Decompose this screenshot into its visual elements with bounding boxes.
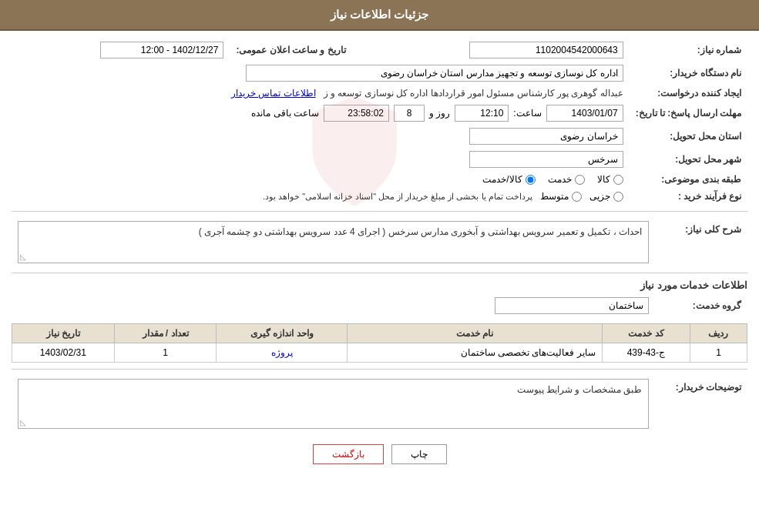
procurement-note: پرداخت تمام یا بخشی از مبلغ خریدار از مح… [263,192,532,202]
services-table: ردیف کد خدمت نام خدمت واحد اندازه گیری ت… [12,323,747,363]
deadline-row: مهلت ارسال پاسخ: تا تاریخ: 1403/01/07 سا… [12,102,747,125]
back-button[interactable]: بازگشت [313,444,384,464]
service-group-display: ساختمان [495,297,649,314]
deadline-days-label: روز و [429,108,450,119]
invoice-number-label: شماره نیاز: [630,38,747,62]
cell-service-name: سایر فعالیت‌های تخصصی ساختمان [348,343,603,363]
services-section-title: اطلاعات خدمات مورد نیاز [12,279,747,291]
invoice-number-display: 1102004542000643 [469,42,623,59]
procurement-jozi[interactable]: جزیی [589,191,623,202]
service-group-row: گروه خدمت: ساختمان [12,294,747,317]
service-group-table: گروه خدمت: ساختمان [12,294,747,317]
notes-label: توضیحات خریدار: [655,376,747,432]
notes-value: طبق مشخصات و شرایط پیوست ◺ [12,376,655,432]
city-label: شهر محل تحویل: [630,148,747,171]
col-quantity: تعداد / مقدار [114,324,217,343]
main-content: شماره نیاز: 1102004542000643 تاریخ و ساع… [0,31,759,484]
description-value: احداث ، تکمیل و تعمیر سرویس بهداشتی و آب… [12,218,655,266]
category-options: کالا خدمت کالا/خدمت [12,171,630,188]
city-row: شهر محل تحویل: سرخس [12,148,747,171]
page-wrapper: جزئیات اطلاعات نیاز شماره نیاز: 11020045… [0,0,759,532]
procurement-radio-jozi[interactable] [613,192,623,202]
col-row-num: ردیف [690,324,747,343]
info-table: شماره نیاز: 1102004542000643 تاریخ و ساع… [12,38,747,205]
category-option-kala[interactable]: کالا [597,174,623,185]
category-radio-khadamat[interactable] [575,175,585,185]
page-title: جزئیات اطلاعات نیاز [331,8,428,21]
category-radio-group: کالا خدمت کالا/خدمت [18,174,623,185]
procurement-radio-motavasset[interactable] [572,192,582,202]
buyer-org-value: اداره کل نوسازی توسعه و تجهیز مدارس استا… [12,62,630,85]
table-row: 1 ج-43-439 سایر فعالیت‌های تخصصی ساختمان… [12,343,747,363]
procurement-row-inline: جزیی متوسط پرداخت تمام یا بخشی از مبلغ خ… [18,191,623,202]
deadline-days: 8 [394,105,425,122]
deadline-date: 1403/01/07 [546,105,623,122]
announce-date-label: تاریخ و ساعت اعلان عمومی: [230,38,361,62]
creator-value: عبداله گوهری پور کارشناس مسئول امور قرار… [12,85,630,102]
cell-row-num: 1 [690,343,747,363]
category-row: طبقه بندی موضوعی: کالا خدمت [12,171,747,188]
description-row: شرح کلی نیاز: احداث ، تکمیل و تعمیر سروی… [12,218,747,266]
buyer-org-display: اداره کل نوسازی توسعه و تجهیز مدارس استا… [246,65,623,82]
buyer-org-row: نام دستگاه خریدار: اداره کل نوسازی توسعه… [12,62,747,85]
province-display: خراسان رضوی [469,128,623,145]
deadline-row-inline: 1403/01/07 ساعت: 12:10 روز و 8 23:58:02 … [18,105,623,122]
resize-handle-notes: ◺ [20,418,26,427]
deadline-value: 1403/01/07 ساعت: 12:10 روز و 8 23:58:02 … [12,102,630,125]
deadline-time: 12:10 [455,105,509,122]
deadline-label: مهلت ارسال پاسخ: تا تاریخ: [630,102,747,125]
cell-date: 1403/02/31 [12,343,115,363]
cell-quantity: 1 [114,343,217,363]
deadline-remaining-label: ساعت باقی مانده [251,108,319,119]
description-box: احداث ، تکمیل و تعمیر سرویس بهداشتی و آب… [18,221,649,263]
col-service-name: نام خدمت [348,324,603,343]
province-label: استان محل تحویل: [630,125,747,148]
col-unit: واحد اندازه گیری [217,324,348,343]
invoice-number-value: 1102004542000643 [361,38,630,62]
procurement-jozi-label: جزیی [589,191,610,202]
divider-3 [12,369,747,370]
invoice-row: شماره نیاز: 1102004542000643 تاریخ و ساع… [12,38,747,62]
creator-label: ایجاد کننده درخواست: [630,85,747,102]
buyer-org-label: نام دستگاه خریدار: [630,62,747,85]
col-date: تاریخ نیاز [12,324,115,343]
category-kala-label: کالا [597,174,610,185]
category-radio-kala[interactable] [613,175,623,185]
city-value: سرخس [12,148,630,171]
resize-handle-description: ◺ [20,253,26,261]
category-khadamat-label: خدمت [548,174,572,185]
notes-box: طبق مشخصات و شرایط پیوست ◺ [18,379,649,429]
description-label: شرح کلی نیاز: [655,218,747,266]
page-header: جزئیات اطلاعات نیاز [0,0,759,31]
creator-text: عبداله گوهری پور کارشناس مسئول امور قرار… [324,88,623,99]
procurement-motavasset[interactable]: متوسط [540,191,582,202]
creator-row: ایجاد کننده درخواست: عبداله گوهری پور کا… [12,85,747,102]
procurement-value: جزیی متوسط پرداخت تمام یا بخشی از مبلغ خ… [12,188,630,205]
service-group-label: گروه خدمت: [655,294,747,317]
notes-row: توضیحات خریدار: طبق مشخصات و شرایط پیوست… [12,376,747,432]
deadline-remaining: 23:58:02 [324,105,389,122]
category-option-khadamat[interactable]: خدمت [548,174,585,185]
cell-unit: پروژه [217,343,348,363]
col-service-code: کد خدمت [602,324,690,343]
notes-table: توضیحات خریدار: طبق مشخصات و شرایط پیوست… [12,376,747,432]
divider-1 [12,211,747,212]
creator-link[interactable]: اطلاعات تماس خریدار [231,88,316,99]
announce-date-value: 1402/12/27 - 12:00 [12,38,230,62]
bottom-buttons: چاپ بازگشت [12,444,747,464]
province-row: استان محل تحویل: خراسان رضوی [12,125,747,148]
city-display: سرخس [469,151,623,168]
procurement-label: نوع فرآیند خرید : [630,188,747,205]
category-radio-both[interactable] [526,175,536,185]
divider-2 [12,273,747,273]
print-button[interactable]: چاپ [391,444,447,464]
deadline-time-label: ساعت: [513,108,541,119]
description-text: احداث ، تکمیل و تعمیر سرویس بهداشتی و آب… [199,226,642,237]
notes-text: طبق مشخصات و شرایط پیوست [18,380,648,400]
category-both-label: کالا/خدمت [482,174,522,185]
procurement-motavasset-label: متوسط [540,191,569,202]
province-value: خراسان رضوی [12,125,630,148]
category-label: طبقه بندی موضوعی: [630,171,747,188]
category-option-both[interactable]: کالا/خدمت [482,174,535,185]
service-group-value: ساختمان [12,294,655,317]
